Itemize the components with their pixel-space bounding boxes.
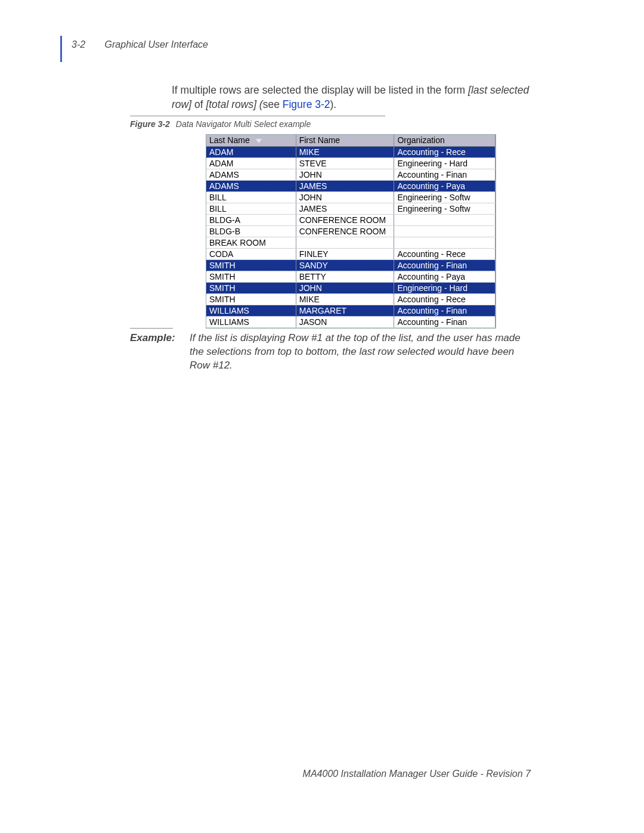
- table-cell: Engineering - Softw: [394, 203, 496, 214]
- table-header-row: Last Name First Name Organization: [206, 135, 496, 146]
- figure-caption-text: Data Navigator Multi Select example: [176, 119, 311, 129]
- table-cell: STEVE: [296, 157, 394, 169]
- table-cell: CODA: [206, 248, 296, 259]
- table-cell: Accounting - Rece: [394, 146, 496, 157]
- table-cell: JAMES: [296, 180, 394, 191]
- table-cell: [394, 237, 496, 248]
- para-text: see: [263, 98, 283, 110]
- column-header-label: Last Name: [209, 135, 250, 145]
- data-navigator-figure: Last Name First Name Organization ADAMMI…: [206, 134, 496, 329]
- table-cell: ADAM: [206, 157, 296, 169]
- body-paragraph: If multiple rows are selected the displa…: [172, 83, 530, 112]
- table-cell: [296, 237, 394, 248]
- figure-caption: Figure 3-2 Data Navigator Multi Select e…: [130, 119, 311, 129]
- table-cell: CONFERENCE ROOM: [296, 225, 394, 237]
- table-cell: BREAK ROOM: [206, 237, 296, 248]
- table-row[interactable]: ADAMSJAMESAccounting - Paya: [206, 180, 496, 191]
- data-navigator-table: Last Name First Name Organization ADAMMI…: [206, 135, 496, 328]
- table-cell: MIKE: [296, 293, 394, 305]
- page: 3-2 Graphical User Interface If multiple…: [0, 0, 644, 833]
- table-row[interactable]: SMITHBETTYAccounting - Paya: [206, 271, 496, 282]
- table-cell: Engineering - Softw: [394, 191, 496, 203]
- table-cell: SANDY: [296, 259, 394, 271]
- table-cell: FINLEY: [296, 248, 394, 259]
- table-row[interactable]: ADAMMIKEAccounting - Rece: [206, 146, 496, 157]
- table-row[interactable]: ADAMSTEVEEngineering - Hard: [206, 157, 496, 169]
- column-header-firstname[interactable]: First Name: [296, 135, 394, 146]
- table-row[interactable]: WILLIAMSMARGARETAccounting - Finan: [206, 305, 496, 316]
- example-text: If the list is displaying Row #1 at the …: [190, 332, 524, 373]
- table-row[interactable]: BILLJAMESEngineering - Softw: [206, 203, 496, 214]
- column-header-organization[interactable]: Organization: [394, 135, 496, 146]
- table-cell: Engineering - Hard: [394, 282, 496, 293]
- table-cell: [394, 225, 496, 237]
- para-text: ).: [330, 98, 337, 110]
- para-text: of: [191, 98, 206, 110]
- table-row[interactable]: ADAMSJOHNAccounting - Finan: [206, 169, 496, 180]
- table-cell: BLDG-B: [206, 225, 296, 237]
- figure-crossref-link[interactable]: Figure 3-2: [283, 98, 330, 110]
- table-cell: BLDG-A: [206, 214, 296, 225]
- para-text: If multiple rows are selected the displa…: [172, 84, 468, 96]
- table-cell: ADAMS: [206, 169, 296, 180]
- table-row[interactable]: CODAFINLEYAccounting - Rece: [206, 248, 496, 259]
- table-cell: JOHN: [296, 282, 394, 293]
- table-row[interactable]: SMITHSANDYAccounting - Finan: [206, 259, 496, 271]
- example-rule: [130, 328, 173, 329]
- table-body: ADAMMIKEAccounting - ReceADAMSTEVEEngine…: [206, 146, 496, 327]
- table-row[interactable]: SMITHJOHNEngineering - Hard: [206, 282, 496, 293]
- header-rule: [60, 36, 62, 62]
- table-cell: Engineering - Hard: [394, 157, 496, 169]
- figure-caption-rule: [130, 116, 385, 116]
- table-cell: Accounting - Paya: [394, 271, 496, 282]
- table-row[interactable]: BLDG-BCONFERENCE ROOM: [206, 225, 496, 237]
- page-number: 3-2: [72, 39, 85, 49]
- table-cell: JASON: [296, 316, 394, 327]
- table-cell: JAMES: [296, 203, 394, 214]
- table-cell: SMITH: [206, 259, 296, 271]
- sort-descending-icon[interactable]: [256, 139, 262, 143]
- table-cell: BILL: [206, 203, 296, 214]
- table-row[interactable]: WILLIAMSJASONAccounting - Finan: [206, 316, 496, 327]
- page-header: 3-2 Graphical User Interface: [72, 39, 208, 50]
- table-row[interactable]: BILLJOHNEngineering - Softw: [206, 191, 496, 203]
- example-paragraph: Example: If the list is displaying Row #…: [130, 332, 524, 373]
- table-cell: ADAMS: [206, 180, 296, 191]
- table-cell: SMITH: [206, 282, 296, 293]
- table-cell: Accounting - Rece: [394, 248, 496, 259]
- para-ital: [total rows] (: [206, 98, 262, 110]
- table-cell: Accounting - Paya: [394, 180, 496, 191]
- table-cell: SMITH: [206, 271, 296, 282]
- table-cell: WILLIAMS: [206, 305, 296, 316]
- column-header-label: Organization: [397, 135, 444, 145]
- table-cell: JOHN: [296, 191, 394, 203]
- table-cell: Accounting - Finan: [394, 259, 496, 271]
- table-cell: SMITH: [206, 293, 296, 305]
- page-footer: MA4000 Installation Manager User Guide -…: [303, 769, 531, 779]
- column-header-lastname[interactable]: Last Name: [206, 135, 296, 146]
- table-row[interactable]: BLDG-ACONFERENCE ROOM: [206, 214, 496, 225]
- table-cell: CONFERENCE ROOM: [296, 214, 394, 225]
- table-cell: MARGARET: [296, 305, 394, 316]
- section-title: Graphical User Interface: [105, 39, 208, 49]
- table-cell: ADAM: [206, 146, 296, 157]
- table-cell: BILL: [206, 191, 296, 203]
- table-cell: BETTY: [296, 271, 394, 282]
- figure-number: Figure 3-2: [130, 119, 170, 129]
- table-cell: Accounting - Rece: [394, 293, 496, 305]
- column-header-label: First Name: [299, 135, 340, 145]
- table-cell: Accounting - Finan: [394, 169, 496, 180]
- example-label: Example:: [130, 332, 190, 373]
- table-cell: [394, 214, 496, 225]
- table-cell: Accounting - Finan: [394, 316, 496, 327]
- table-cell: MIKE: [296, 146, 394, 157]
- table-row[interactable]: SMITHMIKEAccounting - Rece: [206, 293, 496, 305]
- table-cell: WILLIAMS: [206, 316, 296, 327]
- table-row[interactable]: BREAK ROOM: [206, 237, 496, 248]
- table-cell: JOHN: [296, 169, 394, 180]
- table-cell: Accounting - Finan: [394, 305, 496, 316]
